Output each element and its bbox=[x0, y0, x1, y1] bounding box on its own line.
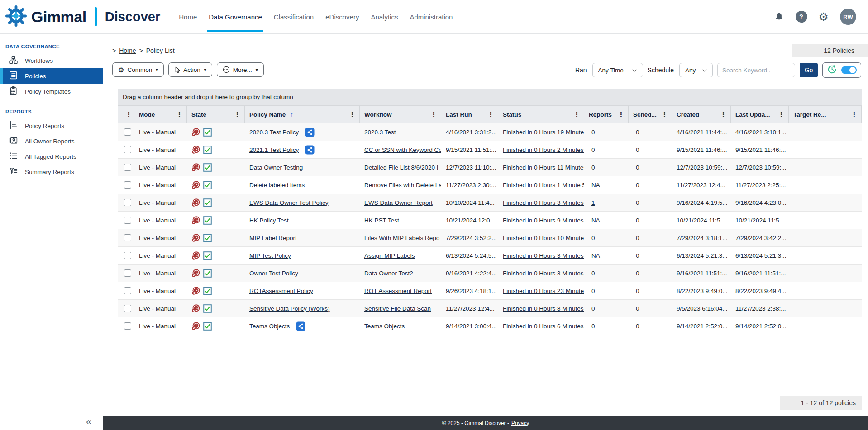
workflow-link[interactable]: CC or SSN with Keyword Co bbox=[364, 146, 441, 153]
column-header-last-upda[interactable]: Last Upda...⋮ bbox=[731, 106, 789, 123]
go-button[interactable]: Go bbox=[800, 63, 818, 77]
column-menu-icon[interactable]: ⋮ bbox=[850, 110, 858, 118]
workflow-link[interactable]: HK PST Test bbox=[364, 217, 399, 224]
workflow-link[interactable]: Files With MIP Labels Repo bbox=[364, 235, 439, 241]
policy-name-link[interactable]: 2020.3 Test Policy bbox=[249, 129, 299, 136]
status-link[interactable]: Finished in 0 Hours 6 Minutes 3 bbox=[503, 323, 584, 330]
status-link[interactable]: Finished in 0 Hours 3 Minutes 3 bbox=[503, 199, 584, 206]
policy-name-link[interactable]: Owner Test Policy bbox=[249, 270, 298, 277]
workflow-link[interactable]: Remove Files with Delete La bbox=[364, 182, 441, 189]
sidebar-item-summary-reports[interactable]: Summary Reports bbox=[0, 164, 103, 180]
share-icon[interactable] bbox=[305, 145, 315, 155]
schedule-select[interactable]: Any bbox=[679, 63, 713, 77]
workflow-link[interactable]: 2020.3 Test bbox=[364, 129, 396, 136]
column-header-workflow[interactable]: Workflow⋮ bbox=[360, 106, 441, 123]
status-link[interactable]: Finished in 0 Hours 2 Minutes 5 bbox=[503, 146, 584, 153]
action-button[interactable]: Action ▾ bbox=[168, 62, 212, 77]
column-header-reports[interactable]: Reports⋮ bbox=[584, 106, 629, 123]
workflow-link[interactable]: Sensitive File Data Scan bbox=[364, 305, 431, 312]
row-checkbox[interactable] bbox=[124, 128, 131, 136]
more-button[interactable]: More... ▾ bbox=[217, 62, 264, 77]
sidebar-item-all-tagged-reports[interactable]: All Tagged Reports bbox=[0, 149, 103, 164]
workflow-link[interactable]: ROT Assessment Report bbox=[364, 288, 432, 294]
status-link[interactable]: Finished in 0 Hours 9 Minutes 1 bbox=[503, 217, 584, 224]
sidebar-collapse-button[interactable]: « bbox=[86, 416, 91, 428]
column-header-state[interactable]: State⋮ bbox=[187, 106, 245, 123]
common-button[interactable]: ⚙ Common ▾ bbox=[112, 62, 164, 77]
status-link[interactable]: Finished in 0 Hours 19 Minutes bbox=[503, 129, 584, 136]
row-checkbox[interactable] bbox=[124, 164, 131, 171]
workflow-link[interactable]: EWS Data Owner Report bbox=[364, 199, 433, 206]
row-checkbox[interactable] bbox=[124, 234, 131, 241]
policy-name-link[interactable]: Delete labeled items bbox=[249, 182, 305, 189]
search-input[interactable] bbox=[717, 63, 795, 77]
sidebar-item-workflows[interactable]: Workflows bbox=[0, 53, 103, 68]
policy-name-link[interactable]: Sensitive Data Policy (Works) bbox=[249, 305, 330, 312]
nav-tab-analytics[interactable]: Analytics bbox=[365, 0, 404, 34]
column-header-last-run[interactable]: Last Run⋮ bbox=[441, 106, 498, 123]
row-checkbox[interactable] bbox=[124, 252, 131, 259]
column-menu-icon[interactable]: ⋮ bbox=[348, 110, 357, 118]
column-header-select[interactable]: ⋮ bbox=[118, 106, 134, 123]
sidebar-item-policy-reports[interactable]: Policy Reports bbox=[0, 118, 103, 133]
policy-name-link[interactable]: MIP Label Report bbox=[249, 235, 297, 241]
status-link[interactable]: Finished in 0 Hours 8 Minutes 1 bbox=[503, 305, 584, 312]
share-icon[interactable] bbox=[305, 128, 315, 137]
workflow-link[interactable]: Detailed File List 8/6/2020 I bbox=[364, 164, 439, 171]
status-link[interactable]: Finished in 0 Hours 3 Minutes 5 bbox=[503, 252, 584, 259]
gear-icon[interactable]: ⚙ bbox=[819, 11, 829, 23]
status-link[interactable]: Finished in 0 Hours 11 Minutes bbox=[503, 164, 584, 171]
nav-tab-ediscovery[interactable]: eDiscovery bbox=[320, 0, 365, 34]
column-header-sched[interactable]: Sched...⋮ bbox=[629, 106, 672, 123]
policy-name-link[interactable]: HK Policy Test bbox=[249, 217, 289, 224]
ran-select[interactable]: Any Time bbox=[592, 63, 643, 77]
policy-name-link[interactable]: 2021.1 Test Policy bbox=[249, 146, 299, 153]
status-link[interactable]: Finished in 0 Hours 1 Minute 57 bbox=[503, 182, 584, 189]
auto-refresh-toggle[interactable] bbox=[841, 66, 857, 74]
share-icon[interactable] bbox=[296, 321, 305, 331]
sidebar-item-policies[interactable]: Policies bbox=[0, 68, 103, 84]
column-menu-icon[interactable]: ⋮ bbox=[777, 110, 786, 118]
sidebar-item-policy-templates[interactable]: Policy Templates bbox=[0, 84, 103, 99]
row-checkbox[interactable] bbox=[124, 269, 131, 277]
row-checkbox[interactable] bbox=[124, 146, 131, 153]
question-circle-icon[interactable]: ? bbox=[796, 11, 807, 23]
policy-name-link[interactable]: MIP Test Policy bbox=[249, 252, 291, 259]
bell-icon[interactable] bbox=[774, 12, 784, 22]
column-menu-icon[interactable]: ⋮ bbox=[124, 110, 133, 118]
column-header-policy-name[interactable]: Policy Name↑⋮ bbox=[245, 106, 360, 123]
status-link[interactable]: Finished in 0 Hours 10 Minutes bbox=[503, 235, 584, 241]
policy-name-link[interactable]: EWS Data Owner Test Policy bbox=[249, 199, 329, 206]
column-menu-icon[interactable]: ⋮ bbox=[175, 110, 184, 118]
row-checkbox[interactable] bbox=[124, 199, 131, 206]
nav-tab-data-governance[interactable]: Data Governance bbox=[203, 0, 268, 34]
column-header-created[interactable]: Created⋮ bbox=[672, 106, 731, 123]
column-menu-icon[interactable]: ⋮ bbox=[719, 110, 728, 118]
column-header-target-re[interactable]: Target Re...⋮ bbox=[789, 106, 862, 123]
row-checkbox[interactable] bbox=[124, 305, 131, 312]
privacy-link[interactable]: Privacy bbox=[511, 420, 529, 426]
workflow-link[interactable]: Data Owner Test2 bbox=[364, 270, 413, 277]
policy-name-link[interactable]: Data Owner Testing bbox=[249, 164, 303, 171]
column-header-status[interactable]: Status⋮ bbox=[498, 106, 584, 123]
row-checkbox[interactable] bbox=[124, 287, 131, 294]
column-menu-icon[interactable]: ⋮ bbox=[660, 110, 669, 118]
column-menu-icon[interactable]: ⋮ bbox=[233, 110, 242, 118]
history-refresh-icon[interactable] bbox=[827, 64, 837, 76]
nav-tab-home[interactable]: Home bbox=[173, 0, 203, 34]
workflow-link[interactable]: Teams Objects bbox=[364, 323, 405, 330]
status-link[interactable]: Finished in 0 Hours 3 Minutes 2 bbox=[503, 270, 584, 277]
column-header-mode[interactable]: Mode⋮ bbox=[134, 106, 187, 123]
policy-name-link[interactable]: ROTAssessment Policy bbox=[249, 288, 313, 294]
reports-count-link[interactable]: 1 bbox=[591, 199, 595, 206]
row-checkbox[interactable] bbox=[124, 181, 131, 189]
workflow-link[interactable]: Assign MIP Labels bbox=[364, 252, 415, 259]
avatar[interactable]: RW bbox=[840, 9, 856, 25]
row-checkbox[interactable] bbox=[124, 217, 131, 224]
row-checkbox[interactable] bbox=[124, 322, 131, 330]
nav-tab-administration[interactable]: Administration bbox=[404, 0, 458, 34]
breadcrumb-home-link[interactable]: Home bbox=[119, 47, 136, 54]
sidebar-item-all-owner-reports[interactable]: All Owner Reports bbox=[0, 133, 103, 149]
column-menu-icon[interactable]: ⋮ bbox=[429, 110, 438, 118]
column-menu-icon[interactable]: ⋮ bbox=[486, 110, 495, 118]
